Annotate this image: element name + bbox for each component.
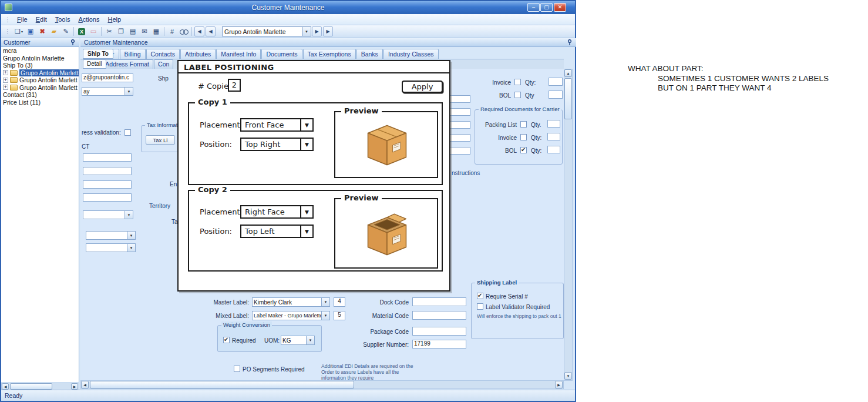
menu-actions[interactable]: Actions bbox=[74, 15, 103, 24]
dropdown-arrow-icon[interactable] bbox=[125, 88, 133, 95]
package-code-field[interactable] bbox=[412, 327, 466, 336]
packing-list-qty-field[interactable] bbox=[547, 120, 560, 128]
material-code-field[interactable] bbox=[412, 311, 466, 320]
tree-item[interactable]: mcra bbox=[1, 47, 79, 55]
scroll-right-icon[interactable]: ▶ bbox=[555, 381, 563, 388]
scroll-up-icon[interactable]: ▲ bbox=[564, 69, 572, 77]
label-validator-checkbox[interactable] bbox=[477, 303, 483, 310]
dropdown-arrow-icon[interactable] bbox=[321, 298, 329, 306]
bol-checkbox[interactable] bbox=[514, 92, 521, 98]
master-label-select[interactable]: Kimberly Clark bbox=[252, 297, 330, 307]
copy-icon[interactable]: ❐ bbox=[115, 26, 127, 37]
dropdown-arrow-icon[interactable] bbox=[127, 232, 135, 239]
apply-button[interactable]: Apply bbox=[402, 81, 443, 93]
chevron-down-icon[interactable] bbox=[302, 27, 311, 36]
dropdown-arrow-icon[interactable] bbox=[300, 139, 312, 150]
paste-icon[interactable]: ▤ bbox=[127, 26, 139, 37]
nav-next-button[interactable]: ▶ bbox=[312, 26, 322, 36]
pin-icon[interactable] bbox=[70, 39, 76, 46]
bol-doc-checkbox[interactable] bbox=[520, 147, 527, 153]
weight-required-checkbox[interactable] bbox=[223, 337, 230, 343]
tab-billing[interactable]: Billing bbox=[120, 49, 146, 59]
copy2-placement-select[interactable]: Right Face bbox=[240, 205, 314, 219]
cut-icon[interactable]: ✂ bbox=[103, 26, 115, 37]
erase-icon[interactable]: ▭ bbox=[88, 26, 99, 37]
text-field[interactable] bbox=[83, 180, 132, 189]
close-button[interactable]: ✕ bbox=[554, 3, 566, 12]
nav-first-button[interactable]: ◀ bbox=[194, 26, 204, 36]
tab-industry-classes[interactable]: Industry Classes bbox=[383, 49, 439, 59]
copy1-placement-select[interactable]: Front Face bbox=[240, 118, 314, 132]
scroll-left-icon[interactable]: ◀ bbox=[2, 383, 9, 390]
dropdown-arrow-icon[interactable] bbox=[300, 206, 312, 217]
dropdown-arrow-icon[interactable] bbox=[300, 226, 312, 237]
po-segments-checkbox[interactable] bbox=[234, 366, 240, 372]
scrollbar-thumb[interactable] bbox=[90, 381, 354, 388]
nav-last-button[interactable]: ▶ bbox=[323, 26, 333, 36]
tree-item-price-list[interactable]: Price List (11) bbox=[1, 99, 79, 106]
tab-attributes[interactable]: Attributes bbox=[180, 49, 216, 59]
pin-icon[interactable] bbox=[567, 39, 573, 46]
uom-select[interactable]: KG bbox=[281, 336, 315, 345]
tree-item-customer[interactable]: Grupo Antolin Marlette bbox=[1, 55, 79, 62]
dropdown-arrow-icon[interactable] bbox=[321, 311, 329, 320]
tab-banks[interactable]: Banks bbox=[356, 49, 383, 59]
invoice-doc-checkbox[interactable] bbox=[520, 134, 527, 140]
menu-edit[interactable]: Edit bbox=[32, 15, 51, 24]
copy2-position-select[interactable]: Top Left bbox=[240, 225, 314, 238]
copies-input[interactable]: 2 bbox=[228, 79, 241, 92]
address-validation-checkbox[interactable] bbox=[125, 129, 131, 136]
find-icon[interactable] bbox=[178, 26, 190, 37]
menu-file[interactable]: File bbox=[13, 15, 32, 24]
carrier-select[interactable]: ay bbox=[82, 87, 133, 96]
copy1-position-select[interactable]: Top Right bbox=[240, 138, 314, 151]
select-field[interactable] bbox=[86, 231, 136, 240]
tab-contacts[interactable]: Contacts bbox=[146, 49, 180, 59]
supplier-number-field[interactable]: 17199 bbox=[412, 340, 466, 349]
text-field[interactable] bbox=[83, 153, 132, 162]
dropdown-arrow-icon[interactable] bbox=[300, 119, 312, 130]
subtab-con[interactable]: Con bbox=[154, 59, 173, 69]
edit-icon[interactable]: ✎ bbox=[60, 26, 72, 37]
new-dropdown-icon[interactable]: ▾ bbox=[21, 29, 23, 34]
subtab-detail[interactable]: Detail bbox=[83, 59, 106, 69]
tab-tax-exemptions[interactable]: Tax Exemptions bbox=[303, 49, 356, 59]
dock-code-field[interactable] bbox=[412, 297, 466, 306]
save-icon[interactable]: ▣ bbox=[25, 26, 36, 37]
tree-expander-icon[interactable] bbox=[3, 85, 8, 90]
menu-tools[interactable]: Tools bbox=[51, 15, 75, 24]
scrollbar-thumb[interactable] bbox=[564, 78, 572, 119]
new-icon[interactable]: ❏▾ bbox=[13, 26, 25, 37]
invoice-qty-field[interactable] bbox=[549, 78, 563, 86]
scroll-down-icon[interactable]: ▼ bbox=[564, 372, 572, 380]
dropdown-arrow-icon[interactable] bbox=[125, 211, 133, 219]
scroll-left-icon[interactable]: ◀ bbox=[81, 381, 89, 388]
tree-expander-icon[interactable] bbox=[3, 78, 8, 83]
master-copies-field[interactable]: 4 bbox=[334, 297, 345, 307]
tab-documents[interactable]: Documents bbox=[261, 49, 302, 59]
tree-expander-icon[interactable] bbox=[3, 70, 8, 75]
text-field[interactable] bbox=[83, 167, 132, 175]
bol-doc-qty-field[interactable] bbox=[547, 146, 560, 153]
maximize-button[interactable]: ▢ bbox=[540, 3, 553, 12]
goto-number-icon[interactable]: # bbox=[166, 26, 178, 37]
invoice-doc-qty-field[interactable] bbox=[547, 133, 560, 140]
dropdown-arrow-icon[interactable] bbox=[127, 244, 135, 252]
bol-qty-field[interactable] bbox=[549, 91, 563, 99]
select-field[interactable] bbox=[86, 243, 136, 252]
calendar-icon[interactable]: ▦ bbox=[150, 26, 162, 37]
tree-item-ship-to-1[interactable]: Grupo Antolin Marlett bbox=[1, 69, 79, 77]
mail-icon[interactable]: ✉ bbox=[139, 26, 150, 37]
scroll-right-icon[interactable]: ▶ bbox=[71, 383, 78, 390]
open-folder-icon[interactable]: ▰ bbox=[48, 26, 60, 37]
dropdown-arrow-icon[interactable] bbox=[306, 336, 314, 344]
minimize-button[interactable]: – bbox=[527, 3, 540, 12]
menu-help[interactable]: Help bbox=[104, 15, 126, 24]
territory-select[interactable] bbox=[83, 210, 133, 219]
tree-item-contact[interactable]: Contact (31) bbox=[1, 91, 79, 99]
invoice-checkbox[interactable] bbox=[514, 79, 521, 85]
record-selector-combobox[interactable]: Grupo Antolin Marlette bbox=[222, 26, 311, 36]
tab-ship-to[interactable]: Ship To bbox=[83, 49, 113, 59]
delete-icon[interactable]: ✖ bbox=[36, 26, 48, 37]
scrollbar-thumb[interactable] bbox=[10, 383, 52, 390]
